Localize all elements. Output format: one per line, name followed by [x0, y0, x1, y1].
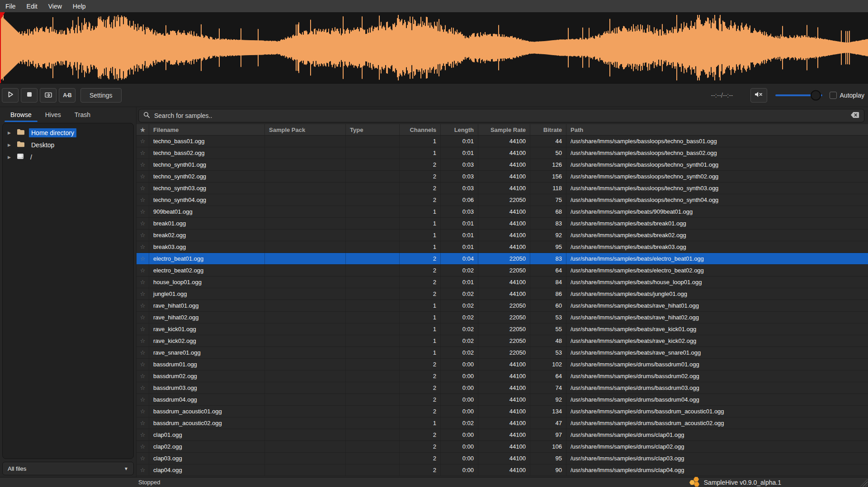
favorite-star-icon[interactable]: ☆	[140, 361, 146, 368]
favorite-star-icon[interactable]: ☆	[140, 161, 146, 168]
table-row[interactable]: ☆ bassdrum_acoustic02.ogg 1 0:02 44100 4…	[137, 417, 868, 429]
table-row[interactable]: ☆ break02.ogg 1 0:01 44100 92 /usr/share…	[137, 229, 868, 241]
tab-browse[interactable]: Browse	[4, 107, 38, 122]
favorite-star-icon[interactable]: ☆	[140, 455, 146, 462]
favorite-star-icon[interactable]: ☆	[140, 349, 146, 356]
resize-grip[interactable]	[859, 478, 868, 487]
autoplay-checkbox[interactable]	[830, 92, 837, 99]
table-row[interactable]: ☆ clap03.ogg 2 0:00 44100 95 /usr/share/…	[137, 453, 868, 464]
table-row[interactable]: ☆ clap01.ogg 2 0:00 44100 97 /usr/share/…	[137, 429, 868, 441]
table-row[interactable]: ☆ techno_synth02.ogg 2 0:03 44100 156 /u…	[137, 171, 868, 183]
favorite-star-icon[interactable]: ☆	[140, 185, 146, 192]
loop-button[interactable]	[40, 88, 57, 103]
expander-icon[interactable]: ▶	[8, 143, 13, 147]
favorite-star-icon[interactable]: ☆	[140, 150, 146, 156]
header-favorite[interactable]: ★	[137, 124, 149, 135]
tree-item-root[interactable]: ▶ /	[3, 151, 133, 163]
table-row[interactable]: ☆ techno_bass02.ogg 1 0:01 44100 50 /usr…	[137, 147, 868, 159]
table-row[interactable]: ☆ techno_synth04.ogg 2 0:06 22050 75 /us…	[137, 194, 868, 206]
table-row[interactable]: ☆ electro_beat02.ogg 2 0:02 22050 64 /us…	[137, 265, 868, 276]
table-row[interactable]: ☆ bassdrum_acoustic01.ogg 2 0:00 44100 1…	[137, 406, 868, 417]
table-row[interactable]: ☆ bassdrum02.ogg 2 0:00 44100 64 /usr/sh…	[137, 370, 868, 382]
favorite-star-icon[interactable]: ☆	[140, 431, 146, 438]
expander-icon[interactable]: ▶	[8, 155, 13, 159]
table-row[interactable]: ☆ techno_synth03.ogg 2 0:03 44100 118 /u…	[137, 183, 868, 194]
favorite-star-icon[interactable]: ☆	[140, 467, 146, 473]
table-row[interactable]: ☆ rave_kick01.ogg 1 0:02 22050 55 /usr/s…	[137, 323, 868, 335]
favorite-star-icon[interactable]: ☆	[140, 384, 146, 391]
menu-help[interactable]: Help	[73, 3, 86, 10]
table-row[interactable]: ☆ clap02.ogg 2 0:00 44100 106 /usr/share…	[137, 441, 868, 453]
favorite-star-icon[interactable]: ☆	[140, 396, 146, 403]
path-cell: /usr/share/lmms/samples/beats/electro_be…	[566, 253, 868, 264]
header-sample-rate[interactable]: Sample Rate	[478, 124, 530, 135]
volume-slider[interactable]	[775, 88, 822, 103]
header-channels[interactable]: Channels	[400, 124, 441, 135]
header-length[interactable]: Length	[441, 124, 478, 135]
sample-pack-cell	[265, 394, 346, 405]
play-button[interactable]	[2, 88, 19, 103]
tree-item-desktop[interactable]: ▶ Desktop	[3, 139, 133, 151]
favorite-star-icon[interactable]: ☆	[140, 232, 146, 239]
ab-loop-button[interactable]: A-B	[59, 88, 75, 103]
path-cell: /usr/share/lmms/samples/drums/bassdrum_a…	[566, 417, 868, 429]
table-row[interactable]: ☆ bassdrum01.ogg 2 0:00 44100 102 /usr/s…	[137, 359, 868, 370]
favorite-cell: ☆	[137, 136, 149, 147]
waveform-canvas[interactable]	[0, 12, 868, 83]
volume-knob[interactable]	[811, 90, 821, 100]
favorite-star-icon[interactable]: ☆	[140, 443, 146, 450]
menu-view[interactable]: View	[48, 3, 62, 10]
file-filter-dropdown[interactable]: All files ▼	[2, 462, 134, 475]
tree-item-home[interactable]: ▶ Home directory	[3, 126, 133, 139]
favorite-star-icon[interactable]: ☆	[140, 138, 146, 145]
search-input[interactable]	[154, 112, 846, 119]
favorite-star-icon[interactable]: ☆	[140, 302, 146, 309]
favorite-cell: ☆	[137, 159, 149, 170]
table-row[interactable]: ☆ electro_beat01.ogg 2 0:04 22050 83 /us…	[137, 253, 868, 265]
favorite-star-icon[interactable]: ☆	[140, 408, 146, 415]
favorite-star-icon[interactable]: ☆	[140, 197, 146, 203]
table-row[interactable]: ☆ rave_hihat02.ogg 1 0:02 22050 53 /usr/…	[137, 312, 868, 323]
table-row[interactable]: ☆ break03.ogg 1 0:01 44100 95 /usr/share…	[137, 241, 868, 253]
favorite-star-icon[interactable]: ☆	[140, 279, 146, 286]
favorite-star-icon[interactable]: ☆	[140, 420, 146, 426]
tab-hives[interactable]: Hives	[38, 107, 68, 122]
table-row[interactable]: ☆ clap04.ogg 2 0:00 44100 90 /usr/share/…	[137, 464, 868, 476]
header-bitrate[interactable]: Bitrate	[530, 124, 566, 135]
settings-button[interactable]: Settings	[80, 88, 122, 103]
table-row[interactable]: ☆ bassdrum03.ogg 2 0:00 44100 74 /usr/sh…	[137, 382, 868, 394]
path-cell: /usr/share/lmms/samples/drums/clap03.ogg	[566, 453, 868, 464]
table-row[interactable]: ☆ house_loop01.ogg 2 0:01 44100 84 /usr/…	[137, 276, 868, 288]
mute-button[interactable]	[750, 88, 767, 103]
header-path[interactable]: Path	[566, 124, 868, 135]
clear-search-icon[interactable]	[850, 112, 859, 120]
table-row[interactable]: ☆ rave_snare01.ogg 1 0:02 22050 53 /usr/…	[137, 347, 868, 359]
favorite-star-icon[interactable]: ☆	[140, 220, 146, 227]
favorite-star-icon[interactable]: ☆	[140, 267, 146, 274]
favorite-star-icon[interactable]: ☆	[140, 290, 146, 297]
table-row[interactable]: ☆ rave_hihat01.ogg 1 0:02 22050 60 /usr/…	[137, 300, 868, 312]
table-row[interactable]: ☆ jungle01.ogg 2 0:02 44100 86 /usr/shar…	[137, 288, 868, 300]
table-row[interactable]: ☆ bassdrum04.ogg 2 0:00 44100 92 /usr/sh…	[137, 394, 868, 406]
table-row[interactable]: ☆ techno_bass01.ogg 1 0:01 44100 44 /usr…	[137, 136, 868, 147]
table-row[interactable]: ☆ 909beat01.ogg 1 0:03 44100 68 /usr/sha…	[137, 206, 868, 218]
favorite-star-icon[interactable]: ☆	[140, 337, 146, 344]
table-row[interactable]: ☆ techno_synth01.ogg 2 0:03 44100 126 /u…	[137, 159, 868, 171]
header-filename[interactable]: Filename	[149, 124, 265, 135]
header-type[interactable]: Type	[346, 124, 400, 135]
favorite-star-icon[interactable]: ☆	[140, 244, 146, 250]
table-row[interactable]: ☆ break01.ogg 1 0:01 44100 83 /usr/share…	[137, 218, 868, 229]
table-row[interactable]: ☆ rave_kick02.ogg 1 0:02 22050 48 /usr/s…	[137, 335, 868, 347]
favorite-star-icon[interactable]: ☆	[140, 255, 146, 262]
menu-edit[interactable]: Edit	[27, 3, 38, 10]
expander-icon[interactable]: ▶	[8, 131, 13, 135]
favorite-star-icon[interactable]: ☆	[140, 326, 146, 332]
menu-file[interactable]: File	[5, 3, 16, 10]
tab-trash[interactable]: Trash	[68, 107, 97, 122]
favorite-star-icon[interactable]: ☆	[140, 173, 146, 180]
stop-button[interactable]	[21, 88, 38, 103]
favorite-star-icon[interactable]: ☆	[140, 208, 146, 215]
header-sample-pack[interactable]: Sample Pack	[265, 124, 346, 135]
favorite-star-icon[interactable]: ☆	[140, 314, 146, 321]
favorite-star-icon[interactable]: ☆	[140, 373, 146, 379]
